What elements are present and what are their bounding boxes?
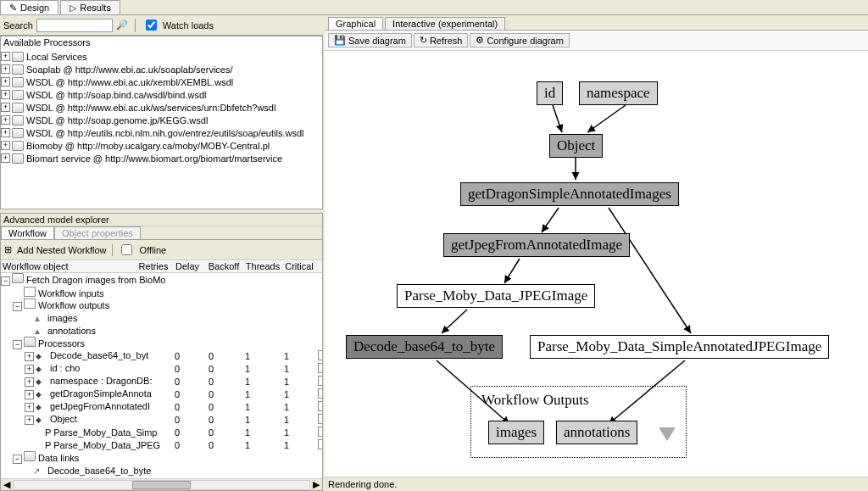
available-processors-pane: Available Processors +Local Services +So… — [0, 36, 323, 209]
critical-checkbox[interactable] — [318, 427, 322, 437]
workflow-outputs-title: Workflow Outputs — [481, 392, 589, 408]
tab-design-label: Design — [20, 3, 49, 13]
proc-icon — [36, 414, 47, 424]
top-tab-bar: ✎ Design ▷ Results — [0, 0, 868, 15]
critical-checkbox[interactable] — [318, 363, 322, 373]
workflow-columns-header: Workflow object Retries Delay Backoff Th… — [1, 260, 322, 273]
search-input[interactable] — [36, 19, 113, 32]
refresh-label: Refresh — [430, 36, 463, 46]
proc-icon — [36, 388, 47, 399]
critical-checkbox[interactable] — [318, 401, 322, 411]
proc-name[interactable]: Object — [50, 414, 77, 424]
outputs-icon — [24, 299, 36, 309]
refresh-icon: ↻ — [420, 35, 427, 46]
graph-toolbar: 💾Save diagram ↻Refresh ⚙Configure diagra… — [325, 31, 868, 51]
folder-icon — [12, 115, 24, 126]
node-parse-simple[interactable]: Parse_Moby_Data_SimpleAnnotatedJPEGImage — [530, 335, 829, 359]
node-id[interactable]: id — [537, 81, 563, 105]
save-diagram-button[interactable]: 💾Save diagram — [328, 33, 412, 47]
proc-name[interactable]: Parse_Moby_Data_Simp — [53, 427, 157, 438]
pencil-icon: ✎ — [9, 3, 17, 14]
tab-results-label: Results — [80, 3, 111, 13]
tree-item-label[interactable]: WSDL @ http://eutils.ncbi.nlm.nih.gov/en… — [26, 128, 303, 138]
search-go-icon[interactable]: 🔎 — [116, 20, 128, 31]
col-critical: Critical — [282, 261, 316, 271]
triangle-icon — [33, 326, 45, 336]
workflow-tree-body[interactable]: −Fetch Dragon images from BioMo Workflow… — [1, 273, 322, 478]
node-namespace[interactable]: namespace — [579, 81, 658, 105]
config-label: Configure diagram — [487, 36, 564, 46]
horizontal-scrollbar[interactable]: ◀ ▶ — [1, 478, 322, 490]
proc-name[interactable]: Parse_Moby_Data_JPEG — [53, 440, 160, 450]
datalinks-folder[interactable]: Data links — [38, 453, 79, 463]
explorer-tabs: Workflow Object properties — [1, 226, 322, 240]
folder-icon — [12, 77, 24, 87]
available-processors-title: Available Processors — [1, 36, 322, 48]
tab-object-properties[interactable]: Object properties — [54, 226, 141, 239]
proc-icon — [36, 363, 47, 373]
offline-checkbox[interactable] — [121, 244, 132, 255]
link-item[interactable]: Decode_base64_to_byte — [47, 466, 151, 476]
critical-checkbox[interactable] — [318, 388, 322, 399]
node-decode[interactable]: Decode_base64_to_byte — [346, 335, 503, 359]
graph-tabs: Graphical Interactive (experimental) — [325, 15, 868, 31]
workflow-outputs[interactable]: Workflow outputs — [38, 300, 109, 310]
offline-label: Offline — [140, 245, 167, 255]
workflow-icon — [12, 273, 24, 283]
triangle-icon — [33, 313, 45, 323]
search-label: Search — [3, 20, 33, 31]
tab-interactive-label: Interactive (experimental) — [392, 19, 498, 29]
node-object[interactable]: Object — [549, 134, 603, 158]
critical-checkbox[interactable] — [318, 376, 322, 386]
critical-checkbox[interactable] — [318, 439, 322, 449]
tree-item-label[interactable]: WSDL @ http://soap.genome.jp/KEGG.wsdl — [26, 115, 208, 126]
diagram-canvas[interactable]: id namespace Object getDragonSimpleAnnot… — [325, 51, 868, 477]
node-output-annotations[interactable]: annotations — [556, 421, 637, 444]
output-annotations[interactable]: annotations — [47, 326, 96, 336]
tab-results[interactable]: ▷ Results — [60, 0, 120, 14]
workflow-root[interactable]: Fetch Dragon images from BioMo — [26, 275, 165, 285]
tree-item-label[interactable]: WSDL @ http://soap.bind.ca/wsdl/bind.wsd… — [26, 90, 207, 100]
inputs-icon — [24, 287, 36, 297]
tree-item-label[interactable]: WSDL @ http://www.ebi.ac.uk/ws/services/… — [26, 103, 275, 113]
tree-item-label[interactable]: WSDL @ http://www.ebi.ac.uk/xembl/XEMBL.… — [26, 77, 233, 87]
tab-interactive[interactable]: Interactive (experimental) — [385, 17, 505, 30]
link-icon — [33, 466, 45, 476]
available-processors-tree[interactable]: +Local Services +Soaplab @ http://www.eb… — [1, 48, 322, 166]
watch-loads-checkbox[interactable] — [146, 20, 157, 31]
tree-item-label[interactable]: Local Services — [26, 52, 87, 62]
node-parse-jpeg[interactable]: Parse_Moby_Data_JPEGImage — [397, 284, 595, 308]
folder-icon — [12, 64, 24, 75]
link-item[interactable]: Object:mobyData-getDra — [47, 478, 151, 479]
tab-graphical[interactable]: Graphical — [328, 17, 383, 30]
tree-item-label[interactable]: Biomoby @ http://moby.ucalgary.ca/moby/M… — [26, 141, 270, 151]
critical-checkbox[interactable] — [318, 414, 322, 424]
refresh-button[interactable]: ↻Refresh — [414, 33, 469, 47]
folder-icon — [12, 128, 24, 138]
triangle-down-icon — [659, 427, 676, 441]
critical-checkbox[interactable] — [318, 350, 322, 360]
proc-name[interactable]: getJpegFromAnnotatedI — [50, 401, 150, 411]
proc-name[interactable]: namespace : DragonDB: — [50, 376, 152, 386]
node-getjpeg[interactable]: getJpegFromAnnotatedImage — [443, 233, 630, 257]
node-output-images[interactable]: images — [488, 421, 544, 444]
gear-icon: ⚙ — [476, 35, 484, 46]
folder-icon — [24, 337, 36, 347]
tree-item-label[interactable]: Soaplab @ http://www.ebi.ac.uk/soaplab/s… — [26, 64, 233, 75]
col-object: Workflow object — [1, 261, 136, 271]
configure-diagram-button[interactable]: ⚙Configure diagram — [470, 33, 570, 47]
proc-name[interactable]: Decode_base64_to_byt — [50, 350, 148, 360]
tab-workflow[interactable]: Workflow — [1, 226, 54, 239]
node-getdragon[interactable]: getDragonSimpleAnnotatedImages — [460, 182, 679, 206]
add-nested-workflow-button[interactable]: Add Nested Workflow — [17, 245, 107, 255]
proc-name[interactable]: id : cho — [50, 363, 80, 373]
output-images[interactable]: images — [47, 313, 77, 323]
proc-name[interactable]: getDragonSimpleAnnota — [50, 388, 152, 399]
folder-icon — [12, 52, 24, 62]
workflow-inputs[interactable]: Workflow inputs — [38, 288, 103, 299]
search-bar: Search 🔎 Watch loads — [0, 15, 323, 36]
processors-folder[interactable]: Processors — [38, 338, 85, 349]
tab-design[interactable]: ✎ Design — [0, 0, 58, 14]
tree-item-label[interactable]: Biomart service @ http://www.biomart.org… — [26, 153, 282, 164]
proc-icon — [36, 401, 47, 411]
